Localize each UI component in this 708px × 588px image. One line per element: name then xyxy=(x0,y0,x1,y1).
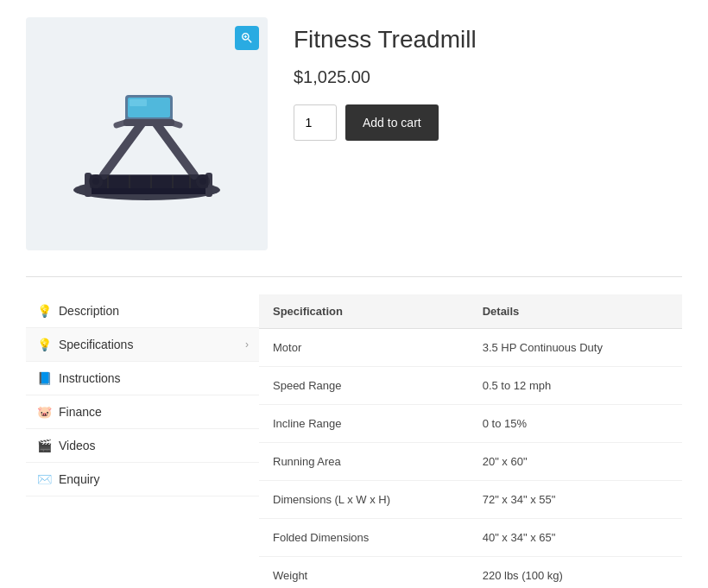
spec-name: Folded Dimensions xyxy=(259,519,469,557)
spec-detail: 72" x 34" x 55" xyxy=(469,481,682,519)
table-row: Running Area20" x 60" xyxy=(259,443,682,481)
sidebar-label-finance: Finance xyxy=(59,405,249,419)
enquiry-icon: ✉️ xyxy=(36,471,52,487)
product-title: Fitness Treadmill xyxy=(294,26,682,54)
zoom-icon[interactable] xyxy=(235,26,259,50)
sidebar-item-finance[interactable]: 🐷 Finance xyxy=(26,395,259,429)
add-to-cart-row: Add to cart xyxy=(294,104,682,141)
spec-detail: 20" x 60" xyxy=(469,443,682,481)
search-zoom-svg xyxy=(240,31,254,45)
sidebar-label-description: Description xyxy=(59,304,249,318)
spec-detail: 3.5 HP Continuous Duty xyxy=(469,329,682,367)
instructions-icon: 📘 xyxy=(36,370,52,386)
sidebar-label-enquiry: Enquiry xyxy=(59,472,249,486)
col-header-specification: Specification xyxy=(259,294,469,329)
product-info: Fitness Treadmill $1,025.00 Add to cart xyxy=(294,17,682,250)
svg-rect-12 xyxy=(130,99,147,106)
table-row: Dimensions (L x W x H)72" x 34" x 55" xyxy=(259,481,682,519)
chevron-right-icon: › xyxy=(245,338,249,351)
specifications-icon: 💡 xyxy=(36,337,52,352)
spec-name: Motor xyxy=(259,329,469,367)
sidebar-item-description[interactable]: 💡 Description xyxy=(26,294,259,328)
specs-table-header-row: Specification Details xyxy=(259,294,682,329)
spec-detail: 0.5 to 12 mph xyxy=(469,367,682,405)
description-icon: 💡 xyxy=(36,303,52,319)
table-row: Folded Dimensions40" x 34" x 65" xyxy=(259,519,682,557)
specs-table: Specification Details Motor3.5 HP Contin… xyxy=(259,294,682,588)
table-row: Weight220 lbs (100 kg) xyxy=(259,557,682,589)
treadmill-image xyxy=(52,47,242,220)
spec-name: Incline Range xyxy=(259,405,469,443)
specs-content: Specification Details Motor3.5 HP Contin… xyxy=(259,294,682,588)
quantity-input[interactable] xyxy=(294,104,337,141)
table-row: Speed Range0.5 to 12 mph xyxy=(259,367,682,405)
spec-name: Weight xyxy=(259,557,469,589)
spec-detail: 40" x 34" x 65" xyxy=(469,519,682,557)
spec-name: Running Area xyxy=(259,443,469,481)
product-section: Fitness Treadmill $1,025.00 Add to cart xyxy=(26,17,682,250)
col-header-details: Details xyxy=(469,294,682,329)
sidebar-item-enquiry[interactable]: ✉️ Enquiry xyxy=(26,463,259,496)
sidebar-item-specifications[interactable]: 💡 Specifications › xyxy=(26,328,259,362)
sidebar-item-instructions[interactable]: 📘 Instructions xyxy=(26,362,259,395)
sidebar-label-videos: Videos xyxy=(59,439,249,452)
sidebar-label-specifications: Specifications xyxy=(59,338,245,351)
bottom-section: 💡 Description 💡 Specifications › 📘 Instr… xyxy=(26,276,682,588)
sidebar-item-videos[interactable]: 🎬 Videos xyxy=(26,429,259,463)
page-container: Fitness Treadmill $1,025.00 Add to cart … xyxy=(0,0,708,588)
spec-detail: 0 to 15% xyxy=(469,405,682,443)
product-image-container xyxy=(26,17,268,250)
product-price: $1,025.00 xyxy=(294,67,682,87)
spec-detail: 220 lbs (100 kg) xyxy=(469,557,682,589)
spec-name: Dimensions (L x W x H) xyxy=(259,481,469,519)
sidebar: 💡 Description 💡 Specifications › 📘 Instr… xyxy=(26,294,259,588)
table-row: Motor3.5 HP Continuous Duty xyxy=(259,329,682,367)
table-row: Incline Range0 to 15% xyxy=(259,405,682,443)
svg-rect-13 xyxy=(123,119,174,126)
spec-name: Speed Range xyxy=(259,367,469,405)
videos-icon: 🎬 xyxy=(36,438,52,453)
sidebar-label-instructions: Instructions xyxy=(59,371,249,385)
add-to-cart-button[interactable]: Add to cart xyxy=(345,104,439,141)
finance-icon: 🐷 xyxy=(36,404,52,420)
